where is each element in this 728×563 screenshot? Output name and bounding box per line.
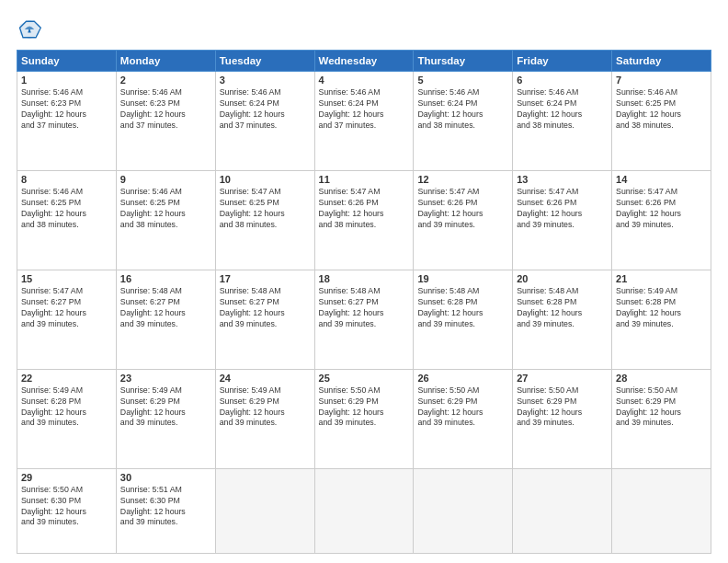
calendar-cell xyxy=(513,468,612,553)
day-number: 28 xyxy=(616,373,707,384)
calendar-cell xyxy=(612,468,711,553)
day-info: Sunrise: 5:46 AMSunset: 6:24 PMDaylight:… xyxy=(517,87,608,132)
header-saturday: Saturday xyxy=(612,51,711,72)
calendar-cell: 14Sunrise: 5:47 AMSunset: 6:26 PMDayligh… xyxy=(612,170,711,270)
calendar-cell: 10Sunrise: 5:47 AMSunset: 6:25 PMDayligh… xyxy=(215,170,314,270)
day-info: Sunrise: 5:50 AMSunset: 6:29 PMDaylight:… xyxy=(616,385,707,430)
day-info: Sunrise: 5:48 AMSunset: 6:27 PMDaylight:… xyxy=(120,286,211,330)
calendar-cell: 7Sunrise: 5:46 AMSunset: 6:25 PMDaylight… xyxy=(612,72,711,171)
day-info: Sunrise: 5:46 AMSunset: 6:25 PMDaylight:… xyxy=(616,87,707,132)
calendar-cell: 4Sunrise: 5:46 AMSunset: 6:24 PMDaylight… xyxy=(314,72,414,171)
header-thursday: Thursday xyxy=(414,51,513,72)
day-info: Sunrise: 5:47 AMSunset: 6:26 PMDaylight:… xyxy=(417,187,508,231)
calendar-cell: 12Sunrise: 5:47 AMSunset: 6:26 PMDayligh… xyxy=(414,170,513,270)
calendar-cell: 3Sunrise: 5:46 AMSunset: 6:24 PMDaylight… xyxy=(215,72,314,171)
calendar-week-1: 1Sunrise: 5:46 AMSunset: 6:23 PMDaylight… xyxy=(17,72,711,171)
day-number: 11 xyxy=(319,174,410,185)
day-number: 17 xyxy=(220,273,311,284)
day-number: 9 xyxy=(120,174,211,185)
header-friday: Friday xyxy=(513,51,612,72)
day-number: 15 xyxy=(21,273,112,284)
day-number: 6 xyxy=(517,75,608,86)
calendar-cell: 25Sunrise: 5:50 AMSunset: 6:29 PMDayligh… xyxy=(314,369,414,468)
calendar-table: SundayMondayTuesdayWednesdayThursdayFrid… xyxy=(17,50,711,554)
day-number: 13 xyxy=(517,174,608,185)
day-number: 4 xyxy=(319,75,410,86)
header-wednesday: Wednesday xyxy=(314,51,414,72)
day-number: 3 xyxy=(220,75,311,86)
day-info: Sunrise: 5:47 AMSunset: 6:26 PMDaylight:… xyxy=(319,187,410,231)
day-info: Sunrise: 5:48 AMSunset: 6:28 PMDaylight:… xyxy=(517,286,608,330)
calendar-week-4: 22Sunrise: 5:49 AMSunset: 6:28 PMDayligh… xyxy=(17,369,711,468)
calendar-week-2: 8Sunrise: 5:46 AMSunset: 6:25 PMDaylight… xyxy=(17,170,711,270)
day-info: Sunrise: 5:46 AMSunset: 6:24 PMDaylight:… xyxy=(319,87,410,132)
day-number: 10 xyxy=(220,174,311,185)
calendar-cell: 18Sunrise: 5:48 AMSunset: 6:27 PMDayligh… xyxy=(314,270,414,369)
calendar-cell: 28Sunrise: 5:50 AMSunset: 6:29 PMDayligh… xyxy=(612,369,711,468)
day-number: 27 xyxy=(517,373,608,384)
day-number: 30 xyxy=(120,472,211,483)
header-sunday: Sunday xyxy=(17,51,117,72)
calendar-cell: 24Sunrise: 5:49 AMSunset: 6:29 PMDayligh… xyxy=(215,369,314,468)
day-info: Sunrise: 5:49 AMSunset: 6:28 PMDaylight:… xyxy=(616,286,707,330)
calendar-cell: 15Sunrise: 5:47 AMSunset: 6:27 PMDayligh… xyxy=(17,270,117,369)
calendar-cell: 23Sunrise: 5:49 AMSunset: 6:29 PMDayligh… xyxy=(116,369,215,468)
calendar-week-5: 29Sunrise: 5:50 AMSunset: 6:30 PMDayligh… xyxy=(17,468,711,553)
day-number: 14 xyxy=(616,174,707,185)
calendar-cell: 30Sunrise: 5:51 AMSunset: 6:30 PMDayligh… xyxy=(116,468,215,553)
day-info: Sunrise: 5:46 AMSunset: 6:25 PMDaylight:… xyxy=(120,187,211,231)
logo xyxy=(17,17,46,42)
calendar-cell: 16Sunrise: 5:48 AMSunset: 6:27 PMDayligh… xyxy=(116,270,215,369)
calendar-cell xyxy=(414,468,513,553)
day-number: 22 xyxy=(21,373,112,384)
day-number: 16 xyxy=(120,273,211,284)
day-info: Sunrise: 5:48 AMSunset: 6:27 PMDaylight:… xyxy=(220,286,311,330)
day-info: Sunrise: 5:49 AMSunset: 6:28 PMDaylight:… xyxy=(21,385,112,430)
calendar-cell xyxy=(314,468,414,553)
calendar-cell: 20Sunrise: 5:48 AMSunset: 6:28 PMDayligh… xyxy=(513,270,612,369)
day-number: 2 xyxy=(120,75,211,86)
calendar-cell: 26Sunrise: 5:50 AMSunset: 6:29 PMDayligh… xyxy=(414,369,513,468)
day-info: Sunrise: 5:50 AMSunset: 6:29 PMDaylight:… xyxy=(319,385,410,430)
day-number: 18 xyxy=(319,273,410,284)
calendar-cell: 22Sunrise: 5:49 AMSunset: 6:28 PMDayligh… xyxy=(17,369,117,468)
day-info: Sunrise: 5:47 AMSunset: 6:27 PMDaylight:… xyxy=(21,286,112,330)
day-number: 20 xyxy=(517,273,608,284)
day-number: 8 xyxy=(21,174,112,185)
page: SundayMondayTuesdayWednesdayThursdayFrid… xyxy=(0,0,728,563)
calendar-cell: 6Sunrise: 5:46 AMSunset: 6:24 PMDaylight… xyxy=(513,72,612,171)
day-number: 23 xyxy=(120,373,211,384)
day-info: Sunrise: 5:47 AMSunset: 6:26 PMDaylight:… xyxy=(517,187,608,231)
day-number: 12 xyxy=(417,174,508,185)
day-info: Sunrise: 5:50 AMSunset: 6:30 PMDaylight:… xyxy=(21,485,112,529)
day-info: Sunrise: 5:46 AMSunset: 6:24 PMDaylight:… xyxy=(220,87,311,132)
calendar-week-3: 15Sunrise: 5:47 AMSunset: 6:27 PMDayligh… xyxy=(17,270,711,369)
day-number: 26 xyxy=(417,373,508,384)
calendar-cell: 13Sunrise: 5:47 AMSunset: 6:26 PMDayligh… xyxy=(513,170,612,270)
calendar-cell: 5Sunrise: 5:46 AMSunset: 6:24 PMDaylight… xyxy=(414,72,513,171)
day-info: Sunrise: 5:46 AMSunset: 6:23 PMDaylight:… xyxy=(21,87,112,132)
calendar-cell: 19Sunrise: 5:48 AMSunset: 6:28 PMDayligh… xyxy=(414,270,513,369)
day-info: Sunrise: 5:48 AMSunset: 6:27 PMDaylight:… xyxy=(319,286,410,330)
day-info: Sunrise: 5:46 AMSunset: 6:24 PMDaylight:… xyxy=(417,87,508,132)
day-info: Sunrise: 5:50 AMSunset: 6:29 PMDaylight:… xyxy=(517,385,608,430)
day-info: Sunrise: 5:47 AMSunset: 6:26 PMDaylight:… xyxy=(616,187,707,231)
day-number: 21 xyxy=(616,273,707,284)
day-info: Sunrise: 5:48 AMSunset: 6:28 PMDaylight:… xyxy=(417,286,508,330)
day-number: 7 xyxy=(616,75,707,86)
logo-icon xyxy=(17,17,42,42)
day-info: Sunrise: 5:46 AMSunset: 6:23 PMDaylight:… xyxy=(120,87,211,132)
day-info: Sunrise: 5:50 AMSunset: 6:29 PMDaylight:… xyxy=(417,385,508,430)
calendar-cell: 8Sunrise: 5:46 AMSunset: 6:25 PMDaylight… xyxy=(17,170,117,270)
calendar-cell: 9Sunrise: 5:46 AMSunset: 6:25 PMDaylight… xyxy=(116,170,215,270)
day-info: Sunrise: 5:51 AMSunset: 6:30 PMDaylight:… xyxy=(120,485,211,529)
day-info: Sunrise: 5:49 AMSunset: 6:29 PMDaylight:… xyxy=(120,385,211,430)
header-tuesday: Tuesday xyxy=(215,51,314,72)
day-info: Sunrise: 5:49 AMSunset: 6:29 PMDaylight:… xyxy=(220,385,311,430)
calendar-header-row: SundayMondayTuesdayWednesdayThursdayFrid… xyxy=(17,51,711,72)
calendar-cell: 2Sunrise: 5:46 AMSunset: 6:23 PMDaylight… xyxy=(116,72,215,171)
day-number: 25 xyxy=(319,373,410,384)
calendar-cell: 1Sunrise: 5:46 AMSunset: 6:23 PMDaylight… xyxy=(17,72,117,171)
calendar-cell: 17Sunrise: 5:48 AMSunset: 6:27 PMDayligh… xyxy=(215,270,314,369)
day-number: 29 xyxy=(21,472,112,483)
